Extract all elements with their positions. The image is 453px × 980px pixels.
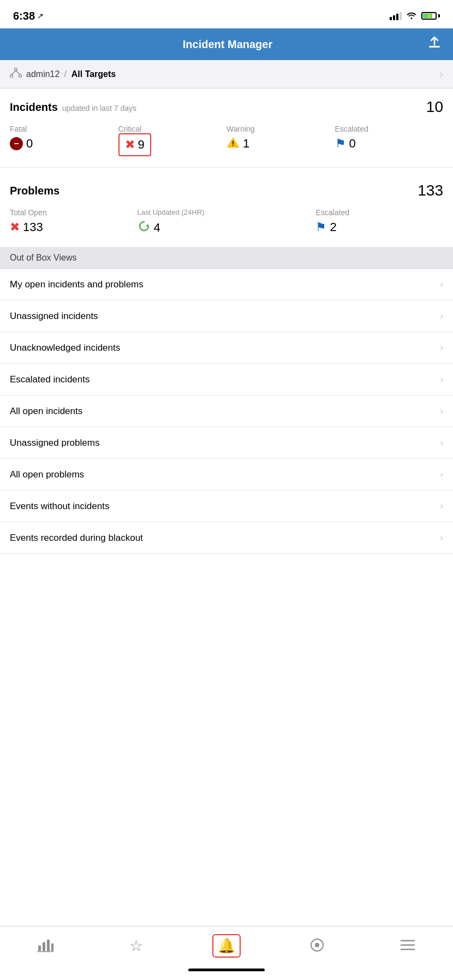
tab-star[interactable]: ☆ — [91, 935, 181, 957]
chevron-icon: › — [440, 437, 443, 448]
fatal-count: 0 — [26, 137, 33, 151]
chart-icon — [37, 938, 53, 954]
nav-bar: Incident Manager — [0, 28, 453, 60]
bell-active-box: 🔔 — [212, 934, 241, 958]
tab-chart[interactable] — [0, 936, 91, 957]
problems-total: 133 — [418, 182, 443, 199]
out-of-box-list: My open incidents and problems › Unassig… — [0, 269, 453, 554]
list-item[interactable]: Escalated incidents › — [0, 364, 453, 395]
chevron-icon: › — [440, 342, 443, 353]
metric-critical[interactable]: Critical ✖ 9 — [118, 125, 227, 156]
tab-menu[interactable] — [362, 937, 453, 955]
warning-icon: ! — [226, 137, 240, 151]
status-time: 6:38 — [13, 10, 35, 22]
menu-icon — [400, 939, 415, 953]
problems-escalated-label: Escalated — [315, 208, 349, 217]
last-updated-value-row: 4 — [138, 220, 160, 236]
record-icon — [309, 937, 325, 955]
incidents-total: 10 — [426, 98, 443, 116]
list-item[interactable]: My open incidents and problems › — [0, 269, 453, 300]
critical-value-row: ✖ 9 — [118, 133, 151, 156]
metric-fatal[interactable]: Fatal − 0 — [10, 125, 118, 151]
warning-label: Warning — [226, 125, 255, 133]
upload-button[interactable] — [427, 35, 442, 54]
breadcrumb-chevron: › — [439, 68, 443, 80]
total-open-label: Total Open — [10, 208, 47, 217]
svg-rect-11 — [51, 943, 53, 951]
total-open-value-row: ✖ 133 — [10, 220, 43, 234]
tab-record[interactable] — [272, 935, 362, 957]
svg-point-2 — [10, 75, 13, 78]
svg-rect-8 — [38, 946, 41, 951]
signal-bar-1 — [390, 17, 392, 20]
problems-escalated-icon: ⚑ — [315, 220, 326, 234]
chevron-icon: › — [440, 469, 443, 480]
incidents-subtitle: updated in last 7 days — [62, 104, 136, 113]
svg-point-3 — [19, 75, 22, 78]
chevron-icon: › — [440, 500, 443, 512]
problems-escalated-value-row: ⚑ 2 — [315, 220, 336, 234]
incidents-title-group: Incidents updated in last 7 days — [10, 101, 136, 114]
warning-count: 1 — [243, 137, 249, 151]
list-item-text: Events without incidents — [10, 501, 109, 512]
problems-metrics-row: Total Open ✖ 133 Last Updated (24HR) — [10, 208, 443, 236]
chevron-icon: › — [440, 279, 443, 290]
incidents-metrics-row: Fatal − 0 Critical ✖ 9 Warning — [10, 125, 443, 156]
tab-bar: ☆ 🔔 — [0, 926, 453, 964]
last-updated-count: 4 — [154, 221, 160, 235]
svg-rect-10 — [47, 940, 50, 951]
list-item-text: Events recorded during blackout — [10, 533, 143, 544]
list-item[interactable]: Events without incidents › — [0, 491, 453, 522]
home-indicator — [0, 964, 453, 980]
signal-bar-4 — [400, 12, 402, 20]
list-item-text: Escalated incidents — [10, 374, 90, 385]
metric-total-open[interactable]: Total Open ✖ 133 — [10, 208, 138, 234]
list-item[interactable]: Events recorded during blackout › — [0, 522, 453, 554]
incidents-card: Incidents updated in last 7 days 10 Fata… — [0, 88, 453, 168]
list-item[interactable]: All open incidents › — [0, 395, 453, 427]
metric-problems-escalated[interactable]: Escalated ⚑ 2 — [315, 208, 443, 234]
metric-last-updated[interactable]: Last Updated (24HR) 4 — [138, 208, 316, 236]
star-icon: ☆ — [129, 937, 143, 955]
chevron-icon: › — [440, 532, 443, 544]
list-item-text: All open problems — [10, 469, 84, 480]
svg-rect-9 — [43, 942, 45, 951]
critical-icon: ✖ — [125, 138, 135, 152]
problems-header: Problems 133 — [10, 182, 443, 199]
list-item-text: Unacknowledged incidents — [10, 343, 120, 353]
location-icon: ↗ — [37, 11, 44, 20]
critical-count: 9 — [138, 138, 145, 152]
updated-icon — [138, 220, 151, 236]
tab-bell[interactable]: 🔔 — [181, 932, 272, 960]
last-updated-label: Last Updated (24HR) — [138, 208, 205, 216]
signal-bars — [390, 11, 402, 20]
incidents-title: Incidents — [10, 101, 58, 114]
escalated-count: 0 — [349, 137, 356, 151]
bell-icon: 🔔 — [218, 937, 235, 954]
total-open-icon: ✖ — [10, 220, 20, 234]
home-bar — [188, 969, 265, 971]
fatal-icon: − — [10, 137, 23, 150]
battery-icon: ⚡ — [421, 12, 440, 20]
list-item-text: All open incidents — [10, 406, 82, 417]
escalated-label: Escalated — [335, 125, 368, 133]
escalated-icon: ⚑ — [335, 137, 346, 151]
svg-point-1 — [15, 68, 17, 71]
phone-container: 6:38 ↗ ⚡ — [0, 0, 453, 980]
breadcrumb-left: admin12 / All Targets — [10, 68, 116, 80]
wifi-icon — [406, 11, 417, 21]
breadcrumb[interactable]: admin12 / All Targets › — [0, 60, 453, 88]
status-icons: ⚡ — [390, 11, 440, 21]
list-item[interactable]: Unacknowledged incidents › — [0, 332, 453, 364]
list-item[interactable]: Unassigned incidents › — [0, 300, 453, 332]
critical-label: Critical — [118, 125, 142, 133]
problems-title-group: Problems — [10, 185, 59, 197]
fatal-value-row: − 0 — [10, 137, 33, 151]
metric-escalated[interactable]: Escalated ⚑ 0 — [335, 125, 444, 151]
list-item[interactable]: Unassigned problems › — [0, 427, 453, 459]
svg-point-14 — [315, 943, 319, 947]
list-item[interactable]: All open problems › — [0, 459, 453, 491]
svg-rect-0 — [429, 46, 440, 48]
chevron-icon: › — [440, 310, 443, 322]
metric-warning[interactable]: Warning ! 1 — [226, 125, 335, 151]
